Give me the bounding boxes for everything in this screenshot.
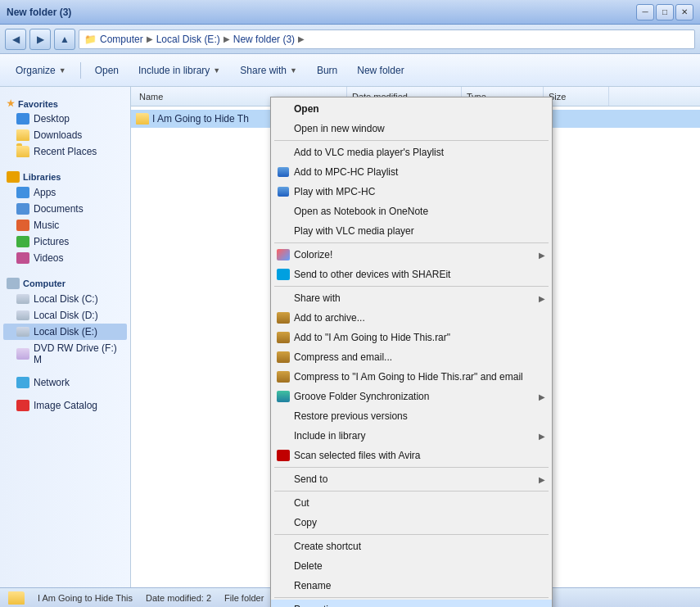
path-arrow-1: ▶ xyxy=(147,34,153,43)
ctx-item-properties[interactable]: Properties xyxy=(271,600,552,607)
sidebar-item-recent-places[interactable]: Recent Places xyxy=(3,143,127,160)
ctx-item-copy[interactable]: Copy xyxy=(271,513,552,532)
local-disk-c-icon xyxy=(16,294,29,304)
ctx-item-add-mpc-playlist[interactable]: Add to MPC-HC Playlist xyxy=(271,162,552,182)
ctx-item-add-rar[interactable]: Add to "I Am Going to Hide This.rar" xyxy=(271,328,552,347)
ctx-separator-4 xyxy=(274,491,549,491)
sidebar-item-pictures[interactable]: Pictures xyxy=(3,233,127,250)
recent-places-icon xyxy=(16,146,29,157)
ctx-item-open[interactable]: Open xyxy=(271,99,552,119)
ctx-item-restore-versions[interactable]: Restore previous versions xyxy=(271,406,552,426)
ctx-item-cut[interactable]: Cut xyxy=(271,493,552,513)
apps-icon xyxy=(16,187,29,198)
winrar-icon-1 xyxy=(276,310,291,325)
winrar-icon-3 xyxy=(276,350,291,365)
address-bar: ◀ ▶ ▲ 📁 Computer ▶ Local Disk (E:) ▶ New… xyxy=(0,25,700,54)
ctx-item-shareit[interactable]: Send to other devices with SHAREit xyxy=(271,265,552,284)
sidebar-divider-1 xyxy=(3,160,127,166)
maximize-button[interactable]: □ xyxy=(656,4,674,20)
winrar-icon-2 xyxy=(276,330,291,345)
sidebar: ★ Favorites Desktop Downloads Recent Pla… xyxy=(0,87,131,587)
ctx-separator-2 xyxy=(274,286,549,287)
ctx-item-share-with[interactable]: Share with ▶ xyxy=(271,288,552,308)
ctx-item-send-to[interactable]: Send to ▶ xyxy=(271,469,552,489)
sidebar-item-apps[interactable]: Apps xyxy=(3,184,127,201)
ctx-item-open-new-window[interactable]: Open in new window xyxy=(271,119,552,138)
colorize-icon xyxy=(276,247,291,262)
sidebar-item-local-disk-c[interactable]: Local Disk (C:) xyxy=(3,291,127,307)
ctx-item-create-shortcut[interactable]: Create shortcut xyxy=(271,537,552,556)
sidebar-divider-4 xyxy=(3,391,127,397)
image-catalog-icon xyxy=(16,400,29,411)
sidebar-item-documents[interactable]: Documents xyxy=(3,201,127,217)
share-with-arrow: ▶ xyxy=(539,294,545,303)
ctx-separator-1 xyxy=(274,242,549,243)
computer-icon xyxy=(7,278,20,289)
new-folder-button[interactable]: New folder xyxy=(348,59,413,82)
ctx-item-add-vlc-playlist[interactable]: Add to VLC media player's Playlist xyxy=(271,143,552,162)
path-segment-folder-icon: 📁 xyxy=(84,34,97,45)
ctx-separator-3 xyxy=(274,467,549,468)
include-library-arrow: ▶ xyxy=(539,432,545,441)
sidebar-item-image-catalog[interactable]: Image Catalog xyxy=(3,397,127,414)
ctx-item-play-vlc[interactable]: Play with VLC media player xyxy=(271,221,552,241)
ctx-item-groove[interactable]: Groove Folder Synchronization ▶ xyxy=(271,387,552,406)
sidebar-divider-2 xyxy=(3,266,127,273)
ctx-item-scan-avira[interactable]: Scan selected files with Avira xyxy=(271,446,552,465)
ctx-item-delete[interactable]: Delete xyxy=(271,556,552,576)
ctx-item-compress-email[interactable]: Compress and email... xyxy=(271,347,552,367)
sidebar-item-dvd-drive[interactable]: DVD RW Drive (F:) M xyxy=(3,340,127,368)
sidebar-item-desktop[interactable]: Desktop xyxy=(3,111,127,127)
favorites-section: ★ Favorites xyxy=(3,93,127,111)
libraries-icon xyxy=(7,171,20,183)
mpc-icon-2 xyxy=(276,184,291,199)
ctx-item-rename[interactable]: Rename xyxy=(271,576,552,596)
forward-button[interactable]: ▶ xyxy=(29,29,51,50)
sidebar-item-downloads[interactable]: Downloads xyxy=(3,127,127,143)
status-folder-icon xyxy=(8,591,25,605)
burn-button[interactable]: Burn xyxy=(308,59,346,82)
address-path[interactable]: 📁 Computer ▶ Local Disk (E:) ▶ New folde… xyxy=(79,29,695,49)
ctx-separator-0 xyxy=(274,140,549,141)
ctx-item-open-onenote[interactable]: Open as Notebook in OneNote xyxy=(271,202,552,221)
send-to-arrow: ▶ xyxy=(539,475,545,484)
context-menu: Open Open in new window Add to VLC media… xyxy=(270,97,553,607)
path-segment-computer[interactable]: Computer xyxy=(100,34,143,45)
up-button[interactable]: ▲ xyxy=(54,29,75,50)
col-header-size[interactable]: Size xyxy=(544,87,609,106)
minimize-button[interactable]: ─ xyxy=(636,4,654,20)
close-button[interactable]: ✕ xyxy=(675,4,693,20)
path-segment-new-folder[interactable]: New folder (3) xyxy=(233,34,295,45)
colorize-arrow: ▶ xyxy=(539,251,545,260)
ctx-item-colorize[interactable]: Colorize! ▶ xyxy=(271,245,552,265)
ctx-item-play-mpc[interactable]: Play with MPC-HC xyxy=(271,182,552,202)
share-with-button[interactable]: Share with ▼ xyxy=(231,59,306,82)
shareit-icon xyxy=(276,267,291,282)
include-arrow: ▼ xyxy=(213,66,220,75)
organize-button[interactable]: Organize ▼ xyxy=(7,59,75,82)
sidebar-item-network[interactable]: Network xyxy=(3,374,127,391)
title-bar-buttons: ─ □ ✕ xyxy=(636,4,693,20)
sidebar-item-music[interactable]: Music xyxy=(3,217,127,233)
toolbar: Organize ▼ Open Include in library ▼ Sha… xyxy=(0,54,700,87)
include-in-library-button[interactable]: Include in library ▼ xyxy=(129,59,229,82)
ctx-separator-5 xyxy=(274,534,549,535)
network-icon xyxy=(16,377,29,388)
downloads-icon xyxy=(16,129,29,141)
open-button[interactable]: Open xyxy=(86,59,128,82)
star-icon: ★ xyxy=(7,98,15,109)
title-bar-text: New folder (3) xyxy=(7,7,636,18)
ctx-item-add-archive[interactable]: Add to archive... xyxy=(271,308,552,328)
local-disk-d-icon xyxy=(16,310,29,320)
back-button[interactable]: ◀ xyxy=(5,29,26,50)
path-arrow-3: ▶ xyxy=(298,34,305,43)
share-arrow: ▼ xyxy=(290,66,297,75)
sidebar-item-local-disk-d[interactable]: Local Disk (D:) xyxy=(3,307,127,324)
organize-arrow: ▼ xyxy=(59,66,66,75)
path-segment-local-disk-e[interactable]: Local Disk (E:) xyxy=(156,34,220,45)
ctx-item-compress-rar-email[interactable]: Compress to "I Am Going to Hide This.rar… xyxy=(271,367,552,387)
ctx-item-include-library[interactable]: Include in library ▶ xyxy=(271,426,552,446)
sidebar-item-local-disk-e[interactable]: Local Disk (E:) xyxy=(3,324,127,340)
sidebar-item-videos[interactable]: Videos xyxy=(3,250,127,266)
title-bar: New folder (3) ─ □ ✕ xyxy=(0,0,700,25)
